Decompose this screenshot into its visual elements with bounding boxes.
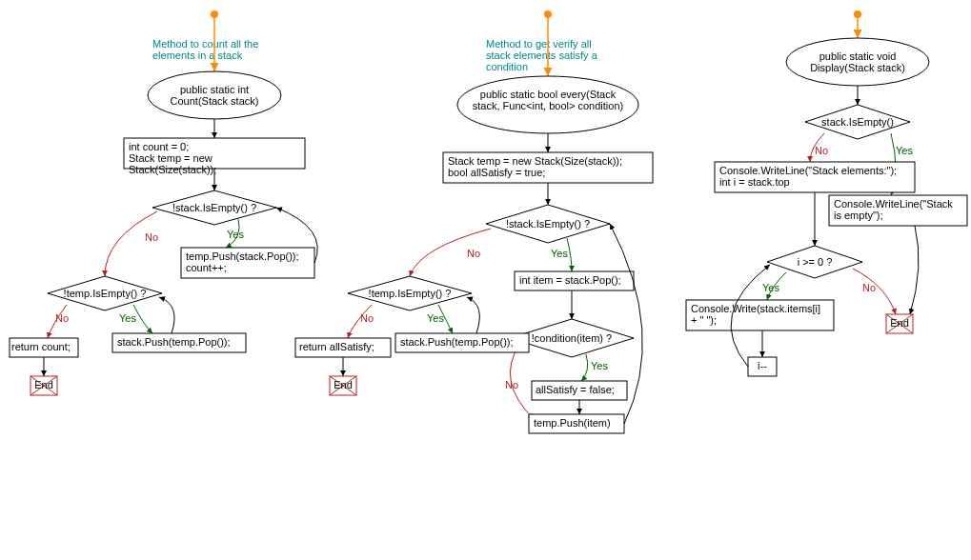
f2-b2: int item = stack.Pop();	[519, 274, 629, 286]
f2-d1-yes: Yes	[551, 248, 568, 259]
f1-b3: stack.Push(temp.Pop());	[117, 336, 241, 348]
f2-d1: !stack.IsEmpty() ?	[505, 218, 591, 230]
f1-d2-yes: Yes	[119, 312, 136, 324]
f3-b4: i--	[751, 360, 774, 371]
f1-end: End	[32, 379, 55, 390]
svg-point-0	[211, 10, 218, 18]
f2-b4: temp.Push(item)	[534, 417, 619, 429]
flowchart-svg	[0, 0, 971, 560]
f2-d1-no: No	[467, 248, 480, 259]
f3-b2: Console.WriteLine("Stack is empty");	[834, 198, 962, 221]
f2-d2-no: No	[505, 379, 518, 390]
f3-b1: Console.WriteLine("Stack elements:"); in…	[719, 165, 910, 188]
f3-d2: i >= 0 ?	[789, 256, 840, 268]
f2-d3-no: No	[360, 312, 374, 324]
f2-d3-yes: Yes	[427, 312, 444, 324]
f1-d1-yes: Yes	[227, 229, 244, 240]
f1-d1: !stack.IsEmpty() ?	[172, 202, 257, 213]
f2-d3: !temp.IsEmpty() ?	[364, 288, 455, 299]
f3-end: End	[888, 317, 911, 329]
f2-b3: allSatisfy = false;	[536, 384, 623, 395]
f3-d1-no: No	[815, 145, 828, 156]
f1-start: public static int Count(Stack stack)	[162, 84, 267, 107]
f3-start: public static void Display(Stack stack)	[805, 50, 910, 73]
f1-b2: temp.Push(stack.Pop()); count++;	[186, 250, 310, 273]
f3-d1-yes: Yes	[896, 145, 913, 156]
f3-d2-yes: Yes	[762, 282, 779, 293]
f2-d2: !condition(item) ?	[524, 332, 619, 344]
f2-b6: return allSatisfy;	[299, 341, 387, 352]
f3-d2-no: No	[862, 282, 876, 293]
f2-d2-yes: Yes	[591, 360, 608, 371]
f1-b1: int count = 0; Stack temp = new Stack(Si…	[129, 141, 300, 175]
f3-d1: stack.IsEmpty()	[818, 116, 898, 128]
f1-b4: return count;	[11, 341, 76, 352]
f1-d2: !temp.IsEmpty() ?	[62, 288, 148, 299]
f3-b3: Console.Write(stack.items[i] + " ");	[691, 303, 829, 326]
svg-point-15	[544, 10, 552, 18]
f1-d1-no: No	[145, 231, 158, 243]
svg-point-35	[854, 10, 861, 18]
f1-d2-no: No	[55, 312, 69, 324]
f2-start: public static bool every(Stack stack, Fu…	[472, 89, 624, 111]
f2-b1: Stack temp = new Stack(Size(stack)); boo…	[448, 155, 648, 178]
f2-b5: stack.Push(temp.Pop());	[400, 336, 524, 348]
f2-end: End	[332, 379, 354, 390]
